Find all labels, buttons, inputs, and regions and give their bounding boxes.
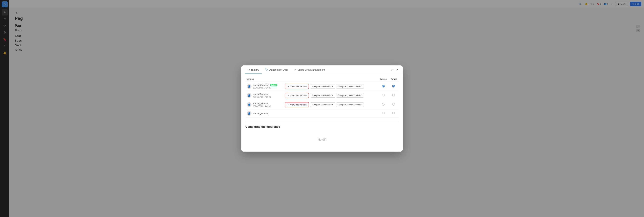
- tab-history[interactable]: ↺ History: [245, 65, 262, 74]
- source-radio-1[interactable]: [378, 82, 389, 91]
- user-name-1: admin(@admin): [253, 84, 268, 86]
- history-table: version Source Target 👤: [246, 77, 398, 118]
- version-date-2: 2024/05/01 17:29:42: [253, 96, 271, 98]
- source-radio-4[interactable]: [378, 109, 389, 118]
- target-radio-circle-2[interactable]: [392, 94, 395, 96]
- avatar-1: 👤: [247, 84, 252, 89]
- target-radio-1[interactable]: [389, 82, 398, 91]
- actions-cell-1: → View this version Compare latest revis…: [283, 82, 378, 91]
- diff-section: Comparing the difference No diff: [246, 122, 398, 148]
- actions-cell-4: [283, 109, 378, 118]
- tab-sharelink[interactable]: ⤢ Share Link Management: [291, 65, 328, 74]
- col-version: version: [246, 77, 283, 82]
- compare-latest-btn-3[interactable]: Compare latest revision: [310, 102, 335, 107]
- table-row: 👤 admin(@admin) Latest 2024/05/01 17:29:…: [246, 82, 398, 91]
- avatar-2: 👤: [247, 93, 252, 98]
- tab-attachment[interactable]: 📎 Attachment Data: [262, 65, 291, 74]
- arrow-icon-2: →: [287, 94, 289, 97]
- history-icon: ↺: [248, 68, 250, 71]
- version-date-1: 2024/05/01 17:29:53: [253, 87, 277, 89]
- latest-badge-1: Latest: [270, 84, 277, 86]
- compare-previous-btn-3[interactable]: Compare previous revision: [336, 102, 364, 107]
- diff-title: Comparing the difference: [246, 125, 398, 128]
- version-date-3: 2024/05/01 15:43:49: [253, 105, 271, 107]
- paperclip-icon: 📎: [265, 68, 268, 71]
- target-radio-circle-1[interactable]: [392, 85, 395, 87]
- arrow-icon-3: →: [287, 103, 289, 106]
- arrow-icon-1: →: [287, 85, 289, 88]
- no-diff-text: No diff: [246, 131, 398, 148]
- view-version-btn-2[interactable]: → View this version: [285, 93, 309, 98]
- target-radio-circle-3[interactable]: [392, 103, 395, 106]
- table-row: 👤 admin(@admin) 2024/05/01 17:29:42: [246, 91, 398, 100]
- target-radio-4[interactable]: [389, 109, 398, 118]
- col-empty: [283, 77, 378, 82]
- source-radio-circle-3[interactable]: [382, 103, 385, 106]
- version-cell-2: 👤 admin(@admin) 2024/05/01 17:29:42: [246, 91, 283, 100]
- modal-header: ↺ History 📎 Attachment Data ⤢ Share Link…: [241, 65, 403, 74]
- compare-latest-btn-2[interactable]: Compare latest revision: [310, 93, 335, 98]
- actions-cell-3: → View this version Compare latest revis…: [283, 100, 378, 109]
- user-name-2: admin(@admin): [253, 93, 268, 95]
- expand-button[interactable]: ⤢: [390, 67, 394, 72]
- col-source: Source: [378, 77, 389, 82]
- source-radio-circle-2[interactable]: [382, 94, 385, 96]
- source-radio-3[interactable]: [378, 100, 389, 109]
- target-radio-3[interactable]: [389, 100, 398, 109]
- target-radio-2[interactable]: [389, 91, 398, 100]
- modal-overlay: ↺ History 📎 Attachment Data ⤢ Share Link…: [0, 0, 644, 217]
- source-radio-circle-4[interactable]: [382, 112, 385, 114]
- version-cell-3: 👤 admin(@admin) 2024/05/01 15:43:49: [246, 100, 283, 109]
- compare-previous-btn-2[interactable]: Compare previous revision: [336, 93, 364, 98]
- compare-latest-btn-1[interactable]: Compare latest revision: [310, 84, 335, 89]
- history-modal: ↺ History 📎 Attachment Data ⤢ Share Link…: [241, 65, 403, 152]
- avatar-3: 👤: [247, 102, 252, 107]
- close-button[interactable]: ✕: [396, 67, 399, 72]
- view-version-btn-1[interactable]: → View this version: [285, 84, 309, 89]
- user-name-3: admin(@admin): [253, 102, 268, 105]
- modal-actions: ⤢ ✕: [390, 67, 399, 72]
- modal-body: version Source Target 👤: [241, 74, 403, 152]
- target-radio-circle-4[interactable]: [392, 112, 395, 114]
- source-radio-2[interactable]: [378, 91, 389, 100]
- source-radio-circle-1[interactable]: [382, 85, 385, 87]
- version-cell-1: 👤 admin(@admin) Latest 2024/05/01 17:29:…: [246, 82, 283, 91]
- table-row: 👤 admin(@admin) 2024/05/01 15:43:49: [246, 100, 398, 109]
- compare-previous-btn-1[interactable]: Compare previous revision: [336, 84, 364, 89]
- version-cell-4: 👤 admin(@admin): [246, 109, 283, 118]
- col-target: Target: [389, 77, 398, 82]
- actions-cell-2: → View this version Compare latest revis…: [283, 91, 378, 100]
- view-version-btn-3[interactable]: → View this version: [285, 102, 309, 107]
- table-row: 👤 admin(@admin): [246, 109, 398, 118]
- avatar-4: 👤: [247, 111, 252, 116]
- share-icon: ⤢: [294, 68, 296, 71]
- user-name-4: admin(@admin): [253, 112, 268, 115]
